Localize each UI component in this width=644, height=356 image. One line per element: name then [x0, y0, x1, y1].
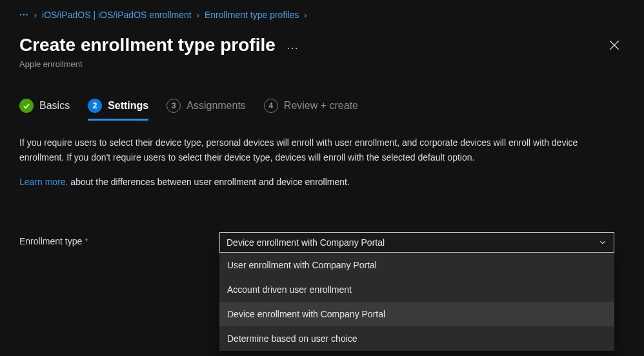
- step-label: Basics: [39, 100, 70, 112]
- chevron-right-icon: ›: [304, 10, 307, 20]
- dropdown-option[interactable]: Determine based on user choice: [219, 326, 614, 351]
- required-marker: *: [85, 236, 88, 246]
- breadcrumb: ··· › iOS/iPadOS | iOS/iPadOS enrollment…: [19, 6, 625, 23]
- enrollment-type-label: Enrollment type*: [19, 232, 219, 246]
- wizard-steps: Basics 2 Settings 3 Assignments 4 Review…: [19, 99, 625, 121]
- chevron-down-icon: [598, 238, 607, 247]
- more-actions-icon[interactable]: ···: [287, 42, 299, 54]
- dropdown-option[interactable]: Device enrollment with Company Portal: [219, 302, 614, 326]
- step-number-icon: 3: [166, 99, 181, 113]
- step-number-icon: 2: [88, 99, 102, 113]
- step-label: Review + create: [284, 100, 358, 112]
- dropdown-option[interactable]: User enrollment with Company Portal: [219, 253, 614, 277]
- breadcrumb-link-enrollment[interactable]: iOS/iPadOS | iOS/iPadOS enrollment: [42, 10, 192, 20]
- close-icon[interactable]: [608, 39, 621, 52]
- chevron-right-icon: ›: [197, 10, 199, 20]
- step-review[interactable]: 4 Review + create: [264, 99, 358, 121]
- check-icon: [19, 99, 34, 113]
- learn-more-link[interactable]: Learn more.: [19, 177, 68, 187]
- step-label: Settings: [108, 100, 148, 112]
- breadcrumb-overflow[interactable]: ···: [19, 10, 29, 20]
- settings-description: If you require users to select their dev…: [19, 135, 625, 165]
- enrollment-type-select[interactable]: Device enrollment with Company Portal: [219, 232, 614, 253]
- dropdown-option[interactable]: Account driven user enrollment: [219, 277, 614, 302]
- step-settings[interactable]: 2 Settings: [88, 99, 148, 121]
- learn-more-text: about the differences between user enrol…: [68, 177, 349, 187]
- chevron-right-icon: ›: [34, 10, 37, 20]
- step-label: Assignments: [186, 100, 246, 112]
- select-value: Device enrollment with Company Portal: [226, 237, 385, 248]
- page-subtitle: Apple enrollment: [19, 59, 625, 69]
- step-basics[interactable]: Basics: [19, 99, 70, 121]
- step-number-icon: 4: [264, 99, 278, 113]
- enrollment-type-dropdown: User enrollment with Company Portal Acco…: [219, 253, 614, 351]
- breadcrumb-link-profiles[interactable]: Enrollment type profiles: [205, 10, 299, 20]
- learn-more-row: Learn more. about the differences betwee…: [19, 177, 625, 187]
- step-assignments[interactable]: 3 Assignments: [166, 99, 246, 121]
- page-title: Create enrollment type profile: [19, 35, 276, 55]
